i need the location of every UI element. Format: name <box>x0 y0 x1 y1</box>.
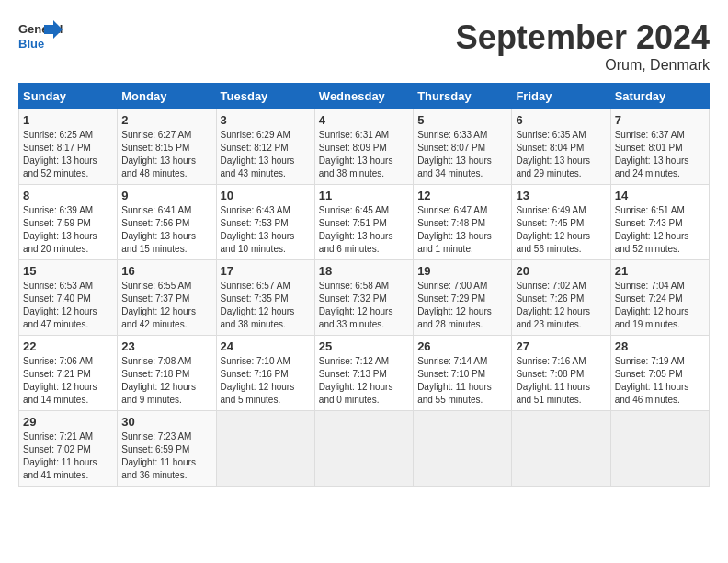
day-number: 18 <box>319 264 409 278</box>
day-number: 3 <box>221 113 311 127</box>
day-info: Sunrise: 6:49 AMSunset: 7:45 PMDaylight:… <box>516 204 606 256</box>
calendar-cell: 18Sunrise: 6:58 AMSunset: 7:32 PMDayligh… <box>314 260 413 336</box>
day-info: Sunrise: 6:37 AMSunset: 8:01 PMDaylight:… <box>615 129 705 180</box>
calendar-cell: 4Sunrise: 6:31 AMSunset: 8:09 PMDaylight… <box>314 109 413 185</box>
day-number: 14 <box>615 189 705 202</box>
day-number: 5 <box>417 113 507 127</box>
calendar-cell: 13Sunrise: 6:49 AMSunset: 7:45 PMDayligh… <box>512 185 610 260</box>
calendar-cell <box>512 411 610 487</box>
day-number: 13 <box>516 189 606 202</box>
day-number: 1 <box>23 113 113 127</box>
day-info: Sunrise: 6:39 AMSunset: 7:59 PMDaylight:… <box>23 204 113 256</box>
day-number: 20 <box>516 264 606 278</box>
day-info: Sunrise: 6:35 AMSunset: 8:04 PMDaylight:… <box>516 129 606 180</box>
calendar-cell: 24Sunrise: 7:10 AMSunset: 7:16 PMDayligh… <box>216 336 314 411</box>
day-info: Sunrise: 6:33 AMSunset: 8:07 PMDaylight:… <box>417 129 507 180</box>
day-number: 6 <box>516 113 606 127</box>
calendar-cell: 3Sunrise: 6:29 AMSunset: 8:12 PMDaylight… <box>216 109 314 185</box>
calendar-cell: 9Sunrise: 6:41 AMSunset: 7:56 PMDaylight… <box>118 185 216 260</box>
day-info: Sunrise: 6:27 AMSunset: 8:15 PMDaylight:… <box>121 129 211 180</box>
day-number: 12 <box>417 189 507 202</box>
calendar-cell: 5Sunrise: 6:33 AMSunset: 8:07 PMDaylight… <box>414 109 512 185</box>
col-header-saturday: Saturday <box>610 84 709 109</box>
day-info: Sunrise: 6:51 AMSunset: 7:43 PMDaylight:… <box>615 204 705 256</box>
calendar-cell: 16Sunrise: 6:55 AMSunset: 7:37 PMDayligh… <box>118 260 216 336</box>
day-info: Sunrise: 7:06 AMSunset: 7:21 PMDaylight:… <box>23 355 113 407</box>
day-info: Sunrise: 6:53 AMSunset: 7:40 PMDaylight:… <box>23 280 113 331</box>
day-info: Sunrise: 6:47 AMSunset: 7:48 PMDaylight:… <box>417 204 507 256</box>
day-info: Sunrise: 7:16 AMSunset: 7:08 PMDaylight:… <box>516 355 606 407</box>
calendar-cell: 25Sunrise: 7:12 AMSunset: 7:13 PMDayligh… <box>314 336 413 411</box>
calendar-week-row: 15Sunrise: 6:53 AMSunset: 7:40 PMDayligh… <box>19 260 710 336</box>
col-header-monday: Monday <box>118 84 216 109</box>
day-info: Sunrise: 6:29 AMSunset: 8:12 PMDaylight:… <box>221 129 311 180</box>
day-number: 11 <box>319 189 409 202</box>
day-number: 26 <box>417 339 507 353</box>
day-info: Sunrise: 6:57 AMSunset: 7:35 PMDaylight:… <box>221 280 311 331</box>
day-info: Sunrise: 7:02 AMSunset: 7:26 PMDaylight:… <box>516 280 606 331</box>
calendar-cell: 2Sunrise: 6:27 AMSunset: 8:15 PMDaylight… <box>118 109 216 185</box>
day-info: Sunrise: 6:55 AMSunset: 7:37 PMDaylight:… <box>121 280 211 331</box>
calendar-week-row: 8Sunrise: 6:39 AMSunset: 7:59 PMDaylight… <box>19 185 710 260</box>
calendar-cell: 28Sunrise: 7:19 AMSunset: 7:05 PMDayligh… <box>610 336 709 411</box>
calendar-cell: 27Sunrise: 7:16 AMSunset: 7:08 PMDayligh… <box>512 336 610 411</box>
day-number: 23 <box>121 339 211 353</box>
calendar-cell: 8Sunrise: 6:39 AMSunset: 7:59 PMDaylight… <box>19 185 118 260</box>
col-header-friday: Friday <box>512 84 610 109</box>
calendar-cell <box>610 411 709 487</box>
day-info: Sunrise: 7:04 AMSunset: 7:24 PMDaylight:… <box>615 280 705 331</box>
day-info: Sunrise: 7:21 AMSunset: 7:02 PMDaylight:… <box>23 431 113 482</box>
calendar-cell: 23Sunrise: 7:08 AMSunset: 7:18 PMDayligh… <box>118 336 216 411</box>
day-number: 2 <box>121 113 211 127</box>
month-title: September 2024 <box>456 18 710 57</box>
logo: General Blue <box>18 18 64 60</box>
calendar-cell <box>314 411 413 487</box>
day-number: 7 <box>615 113 705 127</box>
day-number: 27 <box>516 339 606 353</box>
calendar-cell: 6Sunrise: 6:35 AMSunset: 8:04 PMDaylight… <box>512 109 610 185</box>
calendar-cell: 7Sunrise: 6:37 AMSunset: 8:01 PMDaylight… <box>610 109 709 185</box>
day-info: Sunrise: 7:12 AMSunset: 7:13 PMDaylight:… <box>319 355 409 407</box>
calendar-cell: 21Sunrise: 7:04 AMSunset: 7:24 PMDayligh… <box>610 260 709 336</box>
day-info: Sunrise: 7:08 AMSunset: 7:18 PMDaylight:… <box>121 355 211 407</box>
day-number: 25 <box>319 339 409 353</box>
day-info: Sunrise: 6:41 AMSunset: 7:56 PMDaylight:… <box>121 204 211 256</box>
day-number: 10 <box>221 189 311 202</box>
day-number: 29 <box>23 415 113 429</box>
calendar-cell: 10Sunrise: 6:43 AMSunset: 7:53 PMDayligh… <box>216 185 314 260</box>
calendar-cell: 1Sunrise: 6:25 AMSunset: 8:17 PMDaylight… <box>19 109 118 185</box>
calendar-cell <box>414 411 512 487</box>
calendar-table: SundayMondayTuesdayWednesdayThursdayFrid… <box>18 83 710 487</box>
day-info: Sunrise: 7:00 AMSunset: 7:29 PMDaylight:… <box>417 280 507 331</box>
day-number: 8 <box>23 189 113 202</box>
calendar-cell: 20Sunrise: 7:02 AMSunset: 7:26 PMDayligh… <box>512 260 610 336</box>
calendar-cell: 22Sunrise: 7:06 AMSunset: 7:21 PMDayligh… <box>19 336 118 411</box>
calendar-cell: 30Sunrise: 7:23 AMSunset: 6:59 PMDayligh… <box>118 411 216 487</box>
title-area: September 2024 Orum, Denmark <box>456 18 710 74</box>
calendar-cell <box>216 411 314 487</box>
calendar-cell: 29Sunrise: 7:21 AMSunset: 7:02 PMDayligh… <box>19 411 118 487</box>
day-info: Sunrise: 7:19 AMSunset: 7:05 PMDaylight:… <box>615 355 705 407</box>
calendar-cell: 17Sunrise: 6:57 AMSunset: 7:35 PMDayligh… <box>216 260 314 336</box>
day-number: 19 <box>417 264 507 278</box>
day-info: Sunrise: 7:14 AMSunset: 7:10 PMDaylight:… <box>417 355 507 407</box>
day-number: 17 <box>221 264 311 278</box>
day-info: Sunrise: 6:25 AMSunset: 8:17 PMDaylight:… <box>23 129 113 180</box>
calendar-cell: 19Sunrise: 7:00 AMSunset: 7:29 PMDayligh… <box>414 260 512 336</box>
day-info: Sunrise: 6:45 AMSunset: 7:51 PMDaylight:… <box>319 204 409 256</box>
calendar-cell: 15Sunrise: 6:53 AMSunset: 7:40 PMDayligh… <box>19 260 118 336</box>
calendar-week-row: 22Sunrise: 7:06 AMSunset: 7:21 PMDayligh… <box>19 336 710 411</box>
col-header-tuesday: Tuesday <box>216 84 314 109</box>
calendar-week-row: 29Sunrise: 7:21 AMSunset: 7:02 PMDayligh… <box>19 411 710 487</box>
day-number: 21 <box>615 264 705 278</box>
logo-icon: General Blue <box>18 18 64 60</box>
day-number: 22 <box>23 339 113 353</box>
calendar-cell: 12Sunrise: 6:47 AMSunset: 7:48 PMDayligh… <box>414 185 512 260</box>
day-info: Sunrise: 7:10 AMSunset: 7:16 PMDaylight:… <box>221 355 311 407</box>
calendar-header-row: SundayMondayTuesdayWednesdayThursdayFrid… <box>19 84 710 109</box>
svg-text:Blue: Blue <box>18 37 44 51</box>
day-number: 24 <box>221 339 311 353</box>
page-header: General Blue September 2024 Orum, Denmar… <box>18 18 710 74</box>
day-info: Sunrise: 6:31 AMSunset: 8:09 PMDaylight:… <box>319 129 409 180</box>
day-number: 28 <box>615 339 705 353</box>
